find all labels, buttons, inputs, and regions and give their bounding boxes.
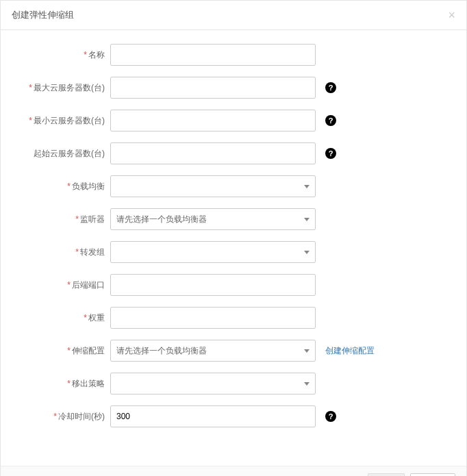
label-name: *名称 [21, 49, 110, 61]
listener-select[interactable]: 请先选择一个负载均衡器 [110, 208, 316, 230]
confirm-button[interactable]: 确认 [368, 473, 405, 476]
close-icon[interactable]: × [448, 9, 455, 21]
help-icon[interactable]: ? [325, 411, 336, 422]
select-value: 请先选择一个负载均衡器 [116, 214, 304, 225]
weight-input[interactable] [110, 307, 316, 329]
help-icon[interactable]: ? [325, 82, 336, 93]
chevron-down-icon [304, 185, 310, 188]
label-forward-group: *转发组 [21, 247, 110, 258]
label-initial-servers: 起始云服务器数(台) [21, 148, 110, 160]
removal-policy-select[interactable] [110, 373, 316, 394]
row-cooldown: *冷却时间(秒) ? [21, 405, 446, 427]
modal-header: 创建弹性伸缩组 × [1, 1, 466, 30]
chevron-down-icon [304, 218, 310, 221]
max-servers-input[interactable] [110, 77, 316, 99]
row-removal-policy: *移出策略 [21, 373, 446, 394]
create-scaling-group-modal: 创建弹性伸缩组 × *名称 *最大云服务器数(台) ? *最小云服务器数(台) [0, 0, 467, 476]
row-min-servers: *最小云服务器数(台) ? [21, 110, 446, 131]
help-icon[interactable]: ? [325, 148, 336, 159]
row-name: *名称 [21, 44, 446, 66]
name-input[interactable] [110, 44, 316, 66]
backend-port-input[interactable] [110, 274, 316, 296]
required-star: * [75, 247, 79, 257]
required-star: * [29, 116, 32, 125]
chevron-down-icon [304, 382, 310, 386]
required-star: * [84, 313, 87, 323]
required-star: * [67, 379, 71, 388]
label-backend-port: *后端端口 [21, 279, 110, 291]
label-max-servers: *最大云服务器数(台) [21, 82, 110, 94]
select-value: 请先选择一个负载均衡器 [116, 345, 304, 357]
label-removal-policy: *移出策略 [21, 378, 110, 390]
required-star: * [53, 412, 57, 421]
label-load-balancer: *负载均衡 [21, 181, 110, 192]
cooldown-input[interactable] [110, 405, 316, 427]
row-load-balancer: *负载均衡 [21, 175, 446, 197]
min-servers-input[interactable] [110, 110, 316, 131]
label-weight: *权重 [21, 312, 110, 324]
required-star: * [67, 181, 71, 191]
required-star: * [75, 214, 79, 224]
cancel-button[interactable]: ✖ 取消 [410, 473, 455, 476]
load-balancer-select[interactable] [110, 175, 316, 197]
modal-title: 创建弹性伸缩组 [12, 9, 74, 21]
chevron-down-icon [304, 251, 310, 254]
required-star: * [84, 50, 87, 60]
row-forward-group: *转发组 [21, 241, 446, 263]
row-backend-port: *后端端口 [21, 274, 446, 296]
chevron-down-icon [304, 349, 310, 353]
create-scaling-config-link[interactable]: 创建伸缩配置 [325, 345, 375, 357]
label-min-servers: *最小云服务器数(台) [21, 115, 110, 127]
required-star: * [67, 346, 71, 355]
row-scaling-config: *伸缩配置 请先选择一个负载均衡器 创建伸缩配置 [21, 340, 446, 362]
row-max-servers: *最大云服务器数(台) ? [21, 77, 446, 99]
row-initial-servers: 起始云服务器数(台) ? [21, 142, 446, 164]
modal-body: *名称 *最大云服务器数(台) ? *最小云服务器数(台) ? [1, 30, 466, 466]
forward-group-select[interactable] [110, 241, 316, 263]
required-star: * [29, 83, 32, 92]
initial-servers-input[interactable] [110, 142, 316, 164]
label-scaling-config: *伸缩配置 [21, 345, 110, 357]
label-cooldown: *冷却时间(秒) [21, 411, 110, 423]
label-listener: *监听器 [21, 214, 110, 225]
required-star: * [67, 280, 71, 290]
row-weight: *权重 [21, 307, 446, 329]
modal-footer: 确认 ✖ 取消 [1, 466, 466, 476]
scaling-config-select[interactable]: 请先选择一个负载均衡器 [110, 340, 316, 362]
help-icon[interactable]: ? [325, 115, 336, 126]
row-listener: *监听器 请先选择一个负载均衡器 [21, 208, 446, 230]
